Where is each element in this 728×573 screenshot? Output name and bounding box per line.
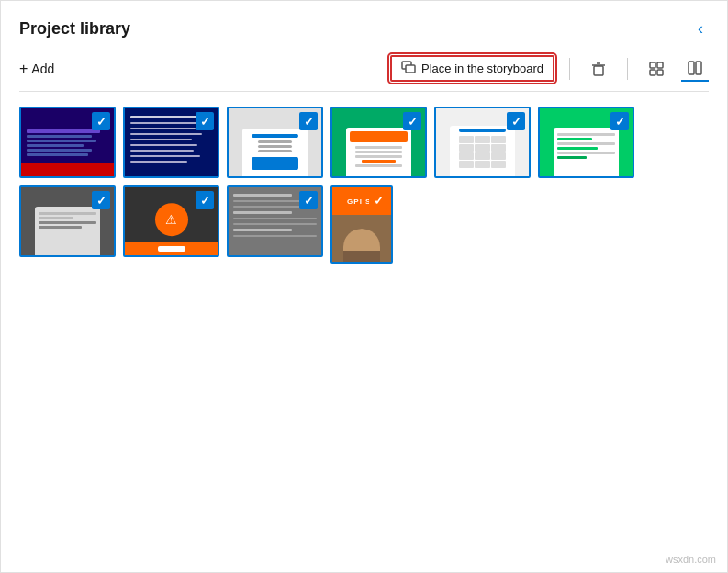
check-badge: ✓ — [92, 191, 110, 209]
grid-view-button[interactable] — [643, 57, 670, 81]
place-icon — [401, 61, 416, 76]
thumbnail-9[interactable]: ✓ — [227, 185, 323, 257]
project-library-panel: Project library ‹ + Add Place in the sto… — [0, 0, 728, 573]
place-in-storyboard-button[interactable]: Place in the storyboard — [390, 55, 554, 82]
thumbnail-8[interactable]: ⚠ ✓ — [123, 185, 219, 257]
add-label: Add — [31, 62, 54, 76]
close-button[interactable]: ‹ — [692, 17, 709, 40]
thumbnail-4[interactable]: ✓ — [330, 107, 427, 178]
svg-rect-2 — [594, 66, 603, 75]
thumbnail-1[interactable]: ✓ — [19, 107, 116, 178]
svg-rect-8 — [657, 70, 663, 75]
thumbnail-5[interactable]: ✓ — [434, 107, 531, 178]
svg-rect-9 — [689, 62, 694, 74]
delete-button[interactable] — [585, 57, 612, 81]
check-badge: ✓ — [196, 112, 214, 130]
thumbnail-7[interactable]: ✓ — [19, 185, 116, 257]
svg-rect-10 — [696, 62, 701, 74]
thumbnail-grid: ✓ ✓ — [1, 92, 727, 278]
thumbnail-6[interactable]: ✓ — [538, 107, 634, 178]
check-badge: ✓ — [507, 112, 525, 130]
header: Project library ‹ — [1, 1, 727, 50]
check-badge: ✓ — [196, 191, 214, 209]
toolbar: + Add Place in the storyboard — [1, 50, 727, 91]
svg-rect-7 — [650, 70, 655, 75]
svg-rect-5 — [650, 62, 655, 68]
list-view-button[interactable] — [681, 56, 709, 82]
watermark: wsxdn.com — [666, 554, 716, 565]
svg-rect-6 — [657, 62, 663, 68]
place-label: Place in the storyboard — [421, 62, 543, 75]
check-badge: ✓ — [92, 112, 110, 130]
add-button[interactable]: + Add — [19, 61, 54, 77]
thumbnail-2[interactable]: ✓ — [123, 107, 219, 178]
check-badge: ✓ — [299, 112, 318, 130]
panel-title: Project library — [19, 19, 130, 39]
toolbar-divider — [569, 58, 570, 80]
plus-icon: + — [19, 61, 28, 77]
thumbnail-3[interactable]: ✓ — [227, 107, 323, 178]
svg-rect-1 — [406, 65, 415, 73]
check-badge: ✓ — [403, 112, 421, 130]
check-badge: ✓ — [369, 191, 387, 209]
check-badge: ✓ — [610, 112, 629, 130]
check-badge: ✓ — [299, 191, 318, 209]
toolbar-divider-2 — [627, 58, 628, 80]
thumbnail-10[interactable]: GPI S4 ✓ — [330, 185, 393, 264]
